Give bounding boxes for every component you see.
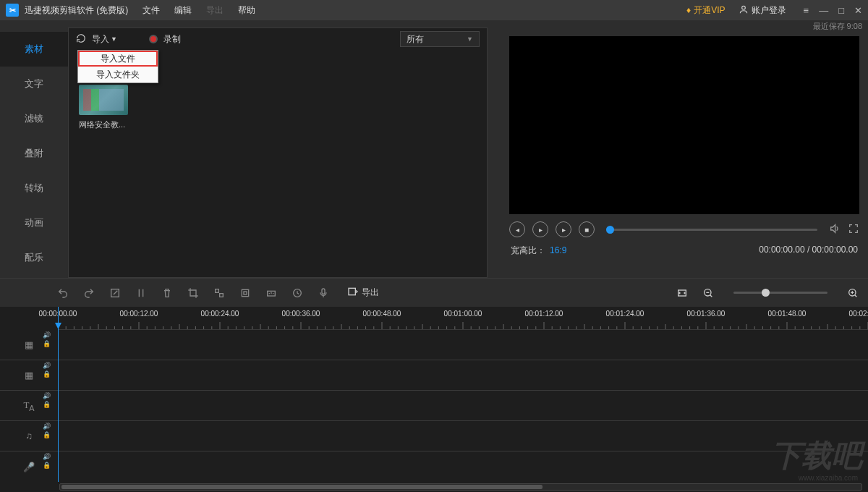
vip-label: 开通VIP: [694, 4, 725, 17]
menu-file[interactable]: 文件: [142, 4, 160, 17]
tab-animation[interactable]: 动画: [0, 205, 68, 240]
import-label: 导入: [92, 33, 109, 46]
side-tabs: 素材 文字 滤镜 叠附 转场 动画 配乐: [0, 32, 68, 278]
media-panel: 导入 ▼ 录制 所有 ▼ 导入文件 导入文件夹 网络安全教...: [68, 27, 488, 278]
zoom-in-icon[interactable]: [846, 287, 859, 300]
track-lock-icon[interactable]: 🔒: [43, 462, 51, 469]
vip-button[interactable]: ♦ 开通VIP: [686, 4, 725, 17]
import-file-item[interactable]: 导入文件: [78, 51, 158, 67]
aspect-label: 宽高比：: [511, 245, 545, 255]
ruler-label: 00:02:00.00: [849, 310, 868, 318]
redo-icon[interactable]: [82, 287, 95, 300]
play-button[interactable]: ▸: [532, 221, 548, 237]
last-save-label: 最近保存 9:08: [813, 21, 862, 32]
tracks: ▦ 🔊🔒 ▦ 🔊🔒 TA 🔊🔒 ♫ 🔊🔒 🎤 🔊🔒: [0, 330, 868, 482]
menu-edit[interactable]: 编辑: [174, 4, 192, 17]
import-button[interactable]: 导入 ▼: [92, 33, 117, 46]
zoom-out-icon[interactable]: [702, 287, 715, 300]
tab-overlay[interactable]: 叠附: [0, 136, 68, 171]
crop-icon[interactable]: [187, 287, 200, 300]
menu-help[interactable]: 帮助: [238, 4, 255, 17]
volume-icon[interactable]: [829, 223, 841, 237]
import-dropdown: 导入文件 导入文件夹: [77, 50, 158, 83]
media-item[interactable]: 网络安全教...: [79, 85, 128, 130]
ruler-label: 00:00:24.00: [201, 310, 239, 318]
tab-media[interactable]: 素材: [0, 32, 68, 67]
media-label: 网络安全教...: [79, 119, 128, 130]
track-audio-icon[interactable]: 🔊: [43, 331, 51, 339]
playhead[interactable]: [58, 307, 59, 482]
aspect-value[interactable]: 16:9: [550, 245, 566, 255]
close-icon[interactable]: ✕: [854, 5, 862, 16]
track-lock-icon[interactable]: 🔒: [43, 370, 51, 378]
tab-music[interactable]: 配乐: [0, 240, 68, 275]
zoom-slider[interactable]: [733, 292, 827, 294]
refresh-icon[interactable]: [76, 33, 86, 46]
music-track[interactable]: ♫ 🔊🔒: [0, 421, 868, 451]
tab-text[interactable]: 文字: [0, 67, 68, 101]
user-icon: [739, 4, 749, 17]
track-audio-icon[interactable]: 🔊: [43, 362, 51, 369]
app-logo-icon: ✂: [6, 4, 19, 17]
diamond-icon: ♦: [686, 5, 691, 15]
svg-rect-2: [216, 289, 219, 292]
text-track[interactable]: TA 🔊🔒: [0, 391, 868, 421]
track-lock-icon[interactable]: 🔒: [43, 401, 51, 408]
pip-track-icon: ▦: [25, 370, 33, 381]
menu-export[interactable]: 导出: [206, 4, 224, 17]
timecode-display: 00:00:00.00 / 00:00:00.00: [759, 245, 858, 257]
track-lock-icon[interactable]: 🔒: [43, 340, 51, 347]
ruler-label: 00:01:36.00: [687, 310, 726, 318]
zoom-handle[interactable]: [762, 289, 770, 297]
ruler-label: 00:00:36.00: [282, 310, 320, 318]
freeze-icon[interactable]: [239, 287, 252, 300]
undo-icon[interactable]: [56, 287, 69, 300]
filter-select[interactable]: 所有 ▼: [400, 31, 480, 47]
split-icon[interactable]: [135, 287, 148, 300]
svg-point-0: [741, 6, 745, 9]
filter-selected-label: 所有: [407, 33, 424, 46]
chevron-down-icon: ▼: [467, 35, 473, 43]
edit-icon[interactable]: [109, 287, 122, 300]
record-icon[interactable]: [149, 35, 158, 43]
zoom-icon[interactable]: [265, 287, 278, 300]
track-audio-icon[interactable]: 🔊: [43, 453, 51, 460]
timeline: 00:00:00.0000:00:12.0000:00:24.0000:00:3…: [0, 307, 868, 492]
minimize-icon[interactable]: —: [819, 5, 828, 16]
record-label[interactable]: 录制: [163, 33, 181, 46]
tab-transition[interactable]: 转场: [0, 171, 68, 205]
stop-button[interactable]: ■: [579, 221, 595, 237]
playback-controls: ◂ ▸ ▸ ■: [509, 214, 859, 242]
track-lock-icon[interactable]: 🔒: [43, 431, 51, 438]
voiceover-icon[interactable]: [317, 287, 330, 300]
scrollbar-thumb[interactable]: [61, 485, 542, 489]
prev-frame-button[interactable]: ◂: [509, 221, 525, 237]
maximize-icon[interactable]: □: [838, 5, 844, 16]
login-button[interactable]: 账户登录: [739, 4, 786, 17]
fit-icon[interactable]: [676, 287, 689, 300]
timeline-ruler[interactable]: 00:00:00.0000:00:12.0000:00:24.0000:00:3…: [58, 307, 868, 330]
track-audio-icon[interactable]: 🔊: [43, 392, 51, 399]
track-audio-icon[interactable]: 🔊: [43, 423, 51, 430]
video-track[interactable]: ▦ 🔊🔒: [0, 330, 868, 360]
delete-icon[interactable]: [161, 287, 174, 300]
import-folder-item[interactable]: 导入文件夹: [78, 67, 158, 82]
hamburger-icon[interactable]: ≡: [804, 5, 809, 16]
export-icon: [347, 286, 359, 300]
fullscreen-icon[interactable]: [848, 223, 859, 237]
svg-rect-4: [242, 289, 248, 296]
timeline-toolbar: 导出: [0, 278, 868, 307]
timeline-scrollbar[interactable]: [59, 483, 862, 491]
export-button[interactable]: 导出: [347, 286, 379, 300]
mosaic-icon[interactable]: [213, 287, 226, 300]
tab-filter[interactable]: 滤镜: [0, 101, 68, 136]
ruler-label: 00:01:24.00: [606, 310, 644, 318]
progress-slider[interactable]: [606, 229, 817, 231]
duration-icon[interactable]: [291, 287, 304, 300]
main-menu: 文件 编辑 导出 帮助: [142, 4, 255, 17]
pip-track[interactable]: ▦ 🔊🔒: [0, 360, 868, 391]
progress-handle[interactable]: [606, 226, 614, 234]
preview-canvas[interactable]: [509, 36, 859, 214]
voice-track[interactable]: 🎤 🔊🔒: [0, 451, 868, 482]
next-frame-button[interactable]: ▸: [556, 221, 571, 237]
